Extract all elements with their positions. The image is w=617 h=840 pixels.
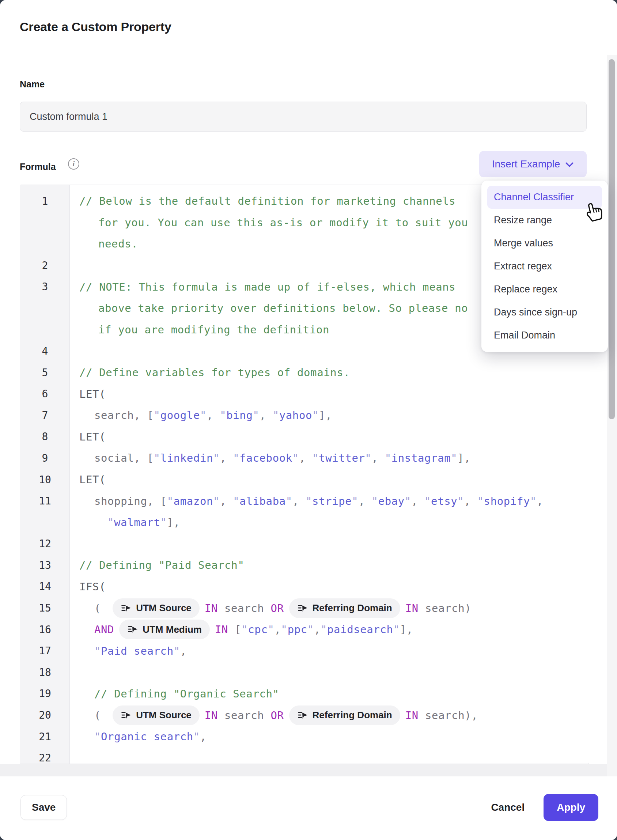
line-number: 1 — [20, 195, 70, 207]
footer-right-group: Cancel Apply — [491, 794, 598, 821]
scrollbar-thumb[interactable] — [608, 59, 615, 419]
line-number: 18 — [20, 666, 70, 678]
code-line: 9social, ["linkedin", "facebook", "twitt… — [20, 447, 589, 469]
line-number: 7 — [20, 409, 70, 421]
code-line: 22 — [20, 747, 589, 764]
code-line-content: social, ["linkedin", "facebook", "twitte… — [70, 452, 589, 464]
code-line-content: "Paid search", — [70, 645, 589, 657]
line-number: 10 — [20, 474, 70, 486]
line-number: 17 — [20, 645, 70, 657]
line-number: 13 — [20, 559, 70, 571]
name-input[interactable] — [20, 102, 587, 131]
code-line: 21"Organic search", — [20, 726, 589, 747]
line-number: 3 — [20, 281, 70, 293]
formula-label: Formula — [20, 162, 56, 172]
menu-item-channel-classifier[interactable]: Channel Classifier — [487, 186, 602, 209]
chevron-down-icon — [565, 162, 574, 168]
name-field-label: Name — [20, 79, 44, 90]
menu-item-merge-values[interactable]: Merge values — [487, 232, 602, 255]
property-chip[interactable]: UTM Source — [112, 706, 199, 725]
menu-item-email-domain[interactable]: Email Domain — [487, 324, 602, 347]
code-line: 14IFS( — [20, 576, 589, 598]
save-button[interactable]: Save — [21, 795, 67, 820]
insert-example-button[interactable]: Insert Example — [479, 151, 587, 177]
code-line-content: ( UTM SourceIN search ORReferring Domain… — [70, 598, 589, 618]
property-icon — [297, 603, 308, 614]
code-line: 13// Defining "Paid Search" — [20, 555, 589, 576]
insert-example-dropdown-menu: Channel ClassifierResize rangeMerge valu… — [481, 180, 608, 352]
code-line-content: // Defining "Paid Search" — [70, 559, 589, 571]
code-line: 10LET( — [20, 469, 589, 490]
line-number: 9 — [20, 452, 70, 464]
page-title: Create a Custom Property — [20, 20, 171, 34]
property-chip-label: Referring Domain — [313, 602, 392, 614]
code-line-content: ANDUTM MediumIN ["cpc","ppc","paidsearch… — [70, 620, 589, 639]
insert-example-label: Insert Example — [492, 158, 560, 170]
code-line-content: "Organic search", — [70, 730, 589, 743]
code-line: 17"Paid search", — [20, 640, 589, 661]
menu-item-days-since-sign-up[interactable]: Days since sign-up — [487, 301, 602, 324]
body-bottom-band — [0, 764, 617, 777]
code-line-content: LET( — [70, 388, 589, 400]
menu-item-replace-regex[interactable]: Replace regex — [487, 278, 602, 301]
property-icon — [121, 603, 131, 614]
code-line: 18 — [20, 661, 589, 683]
line-number: 12 — [20, 538, 70, 550]
code-line-content: search, ["google", "bing", "yahoo"], — [70, 409, 589, 421]
line-number: 2 — [20, 260, 70, 272]
code-line: 19// Defining "Organic Search" — [20, 683, 589, 705]
code-line: 11shopping, ["amazon", "alibaba", "strip… — [20, 490, 589, 512]
property-icon — [127, 624, 138, 635]
apply-button[interactable]: Apply — [543, 794, 598, 821]
property-chip[interactable]: Referring Domain — [289, 706, 400, 725]
code-line-content: LET( — [70, 431, 589, 443]
modal-footer: Save Cancel Apply — [0, 777, 617, 840]
code-line: 12 — [20, 533, 589, 555]
property-icon — [121, 710, 131, 721]
code-line-content: IFS( — [70, 580, 589, 593]
menu-item-extract-regex[interactable]: Extract regex — [487, 255, 602, 278]
property-chip-label: UTM Medium — [143, 624, 202, 635]
create-custom-property-modal: Create a Custom Property Name Formula i … — [0, 0, 617, 840]
code-line-content: // Defining "Organic Search" — [70, 688, 589, 700]
code-line: 5// Define variables for types of domain… — [20, 362, 589, 384]
modal-scrollbar[interactable] — [607, 55, 617, 777]
cancel-button[interactable]: Cancel — [491, 802, 524, 813]
code-line: "walmart"], — [20, 512, 589, 533]
code-line: 7search, ["google", "bing", "yahoo"], — [20, 404, 589, 426]
code-line-content: "walmart"], — [70, 516, 589, 529]
code-line-content: ( UTM SourceIN search ORReferring Domain… — [70, 706, 589, 725]
line-number: 11 — [20, 495, 70, 507]
menu-item-resize-range[interactable]: Resize range — [487, 209, 602, 232]
property-chip-label: Referring Domain — [313, 710, 392, 721]
line-number: 8 — [20, 431, 70, 443]
info-icon[interactable]: i — [68, 158, 79, 170]
line-number: 5 — [20, 367, 70, 379]
line-number: 19 — [20, 688, 70, 700]
code-line: 8LET( — [20, 426, 589, 448]
property-icon — [297, 710, 308, 721]
line-number: 14 — [20, 580, 70, 592]
property-chip[interactable]: UTM Medium — [119, 620, 210, 639]
code-line: 15( UTM SourceIN search ORReferring Doma… — [20, 597, 589, 619]
code-line: 16ANDUTM MediumIN ["cpc","ppc","paidsear… — [20, 619, 589, 641]
line-number: 15 — [20, 602, 70, 614]
line-number: 22 — [20, 752, 70, 764]
code-line: 20( UTM SourceIN search ORReferring Doma… — [20, 704, 589, 726]
line-number: 4 — [20, 345, 70, 357]
line-number: 21 — [20, 731, 70, 743]
code-line-content: shopping, ["amazon", "alibaba", "stripe"… — [70, 495, 589, 507]
code-line-content: // Define variables for types of domains… — [70, 366, 589, 379]
code-line-content: LET( — [70, 473, 589, 486]
line-number: 20 — [20, 709, 70, 721]
property-chip-label: UTM Source — [136, 710, 192, 721]
property-chip[interactable]: UTM Source — [112, 598, 199, 618]
code-line: 6LET( — [20, 383, 589, 404]
property-chip[interactable]: Referring Domain — [289, 598, 400, 618]
property-chip-label: UTM Source — [136, 602, 192, 614]
line-number: 16 — [20, 624, 70, 636]
line-number: 6 — [20, 388, 70, 400]
